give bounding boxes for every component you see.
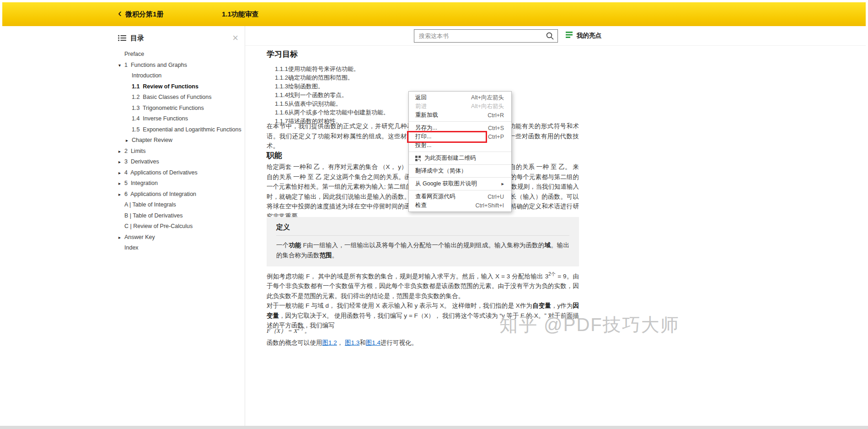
text-span: ，y作为 (551, 302, 573, 309)
menu-separator (409, 164, 511, 165)
superscript: 2个 (548, 272, 556, 277)
objective-item: 1.1.1使用功能符号来评估功能。 (275, 65, 579, 73)
search-input[interactable] (414, 29, 558, 43)
bold-term: 自变量 (532, 302, 551, 309)
figure-link-1-3[interactable]: 图1.3 (345, 339, 359, 346)
text-span: 函数的概念可以使用 (267, 339, 322, 346)
sidebar-item-1-1-review-of-functions[interactable]: 1.1 Review of Functions (114, 81, 245, 92)
chevron-right-icon[interactable]: ▸ (118, 157, 124, 168)
sidebar-item-introduction[interactable]: Introduction (114, 71, 245, 81)
menu-separator (409, 190, 511, 190)
definition-text: 一个功能 F由一组输入，一组输出以及将每个输入分配给一个输出的规则组成。输入集称… (276, 240, 569, 260)
toc-list: Preface ▾1 Functions and Graphs Introduc… (114, 49, 245, 254)
objectives-title: 学习目标 (267, 49, 579, 60)
sidebar-item-ch6-applications-of-integration[interactable]: ▸6 Applications of Integration (114, 189, 245, 200)
sidebar-item-ch2-limits[interactable]: ▸2 Limits (114, 146, 245, 157)
watermark: 知乎 @PDF技巧大师 (499, 312, 680, 337)
menu-item-view-source[interactable]: 查看网页源代码Ctrl+U (409, 192, 511, 201)
sidebar-item-1-5-exp-log[interactable]: 1.5 Exponential and Logarithmic Function… (114, 125, 245, 136)
content-toolbar: 我的亮点 (245, 26, 866, 46)
menu-item-translate[interactable]: 翻译成中文（简体） (409, 167, 511, 175)
figures-paragraph: 函数的概念可以使用图1.2， 图1.3和图1.4进行可视化。 (267, 338, 579, 348)
chevron-right-icon[interactable]: ▸ (118, 168, 124, 179)
context-menu: 返回Alt+向左箭头 前进Alt+向右箭头 重新加载Ctrl+R 另存为...C… (408, 91, 512, 212)
sidebar-item-appendix-a[interactable]: A | Table of Integrals (114, 200, 245, 211)
menu-separator (409, 152, 511, 152)
menu-item-print[interactable]: 打印...Ctrl+P (409, 132, 511, 141)
definition-title: 定义 (276, 223, 569, 236)
menu-item-inspect[interactable]: 检查Ctrl+Shift+I (409, 201, 511, 210)
toc-title: 目录 (130, 34, 232, 43)
sidebar-item-ch5-integration[interactable]: ▸5 Integration (114, 178, 245, 189)
highlights-label: 我的亮点 (577, 32, 601, 40)
example-paragraph: 例如考虑功能 F， 其中的域是所有实数的集合，规则是对输入求平方。然后，输入 X… (267, 269, 579, 301)
objective-item: 1.1.3绘制函数图。 (275, 82, 579, 91)
text-span: F由一组输入，一组输出以及将每个输入分配给一个输出的规则组成。输入集称为函数的 (301, 242, 545, 249)
text-span: 和 (359, 339, 366, 346)
sidebar-item-ch3-derivatives[interactable]: ▸3 Derivatives (114, 157, 245, 168)
text-span: 一个 (276, 242, 289, 249)
sidebar-item-1-2-basic-classes[interactable]: 1.2 Basic Classes of Functions (114, 92, 245, 103)
sidebar-item-answer-key[interactable]: ▸Answer Key (114, 232, 245, 243)
menu-item-create-qr-code[interactable]: 为此页面创建二维码 (409, 154, 511, 163)
sidebar-item-preface[interactable]: Preface (114, 49, 245, 60)
superscript: 2个 (298, 326, 305, 331)
chevron-right-icon[interactable]: ▸ (118, 178, 124, 189)
bold-term: 域 (545, 242, 551, 249)
back-button[interactable]: ‹ 微积分第1册 (118, 2, 163, 26)
page-title: 1.1功能审查 (222, 2, 259, 26)
figure-link-1-4[interactable]: 图1.4 (366, 339, 380, 346)
menu-item-cast[interactable]: 投射... (409, 141, 511, 150)
main-content: 我的亮点 学习目标 1.1.1使用功能符号来评估功能。 1.1.2确定功能的范围… (245, 26, 866, 426)
sidebar-item-ch4-applications-of-derivatives[interactable]: ▸4 Applications of Derivatives (114, 168, 245, 179)
toc-header: 目录 × (114, 26, 245, 43)
toc-panel: 目录 × Preface ▾1 Functions and Graphs Int… (114, 26, 245, 426)
search-icon[interactable] (546, 32, 554, 42)
text-span: 进行可视化。 (380, 339, 418, 346)
bold-term: 功能 (289, 242, 301, 249)
my-highlights-button[interactable]: 我的亮点 (566, 32, 601, 40)
text-span: 。 (305, 327, 311, 334)
menu-separator (409, 121, 511, 122)
page-bottom-edge (0, 426, 868, 429)
menu-item-get-image-descriptions[interactable]: 从 Google 获取图片说明▸ (409, 179, 511, 188)
chevron-right-icon[interactable]: ▸ (126, 135, 132, 146)
sidebar-item-chapter-review[interactable]: ▸Chapter Review (114, 135, 245, 146)
sidebar-item-1-4-inverse[interactable]: 1.4 Inverse Functions (114, 114, 245, 125)
definition-box: 定义 一个功能 F由一组输入，一组输出以及将每个输入分配给一个输出的规则组成。输… (267, 217, 579, 266)
browser-screenshot: ‹ 微积分第1册 1.1功能审查 目录 × Preface ▾1 Functio… (0, 0, 868, 429)
chevron-down-icon[interactable]: ▾ (118, 60, 124, 71)
chevron-right-icon[interactable]: ▸ (118, 232, 124, 243)
text-span: 。 (332, 252, 338, 259)
text-span: 例如考虑功能 F， 其中的域是所有实数的集合，规则是对输入求平方。然后，输入 X… (267, 273, 548, 280)
sidebar-item-ch1-functions-and-graphs[interactable]: ▾1 Functions and Graphs (114, 60, 245, 71)
close-icon[interactable]: × (232, 33, 238, 43)
objective-item: 1.1.2确定功能的范围和范围。 (275, 73, 579, 82)
menu-item-back[interactable]: 返回Alt+向左箭头 (409, 93, 511, 102)
text-span: 对于一般功能 F 与域 d， 我们经常使用 X 表示输入和 y 表示与 X。 这… (267, 302, 532, 309)
bold-term: 范围 (320, 252, 332, 259)
sidebar-item-appendix-b[interactable]: B | Table of Derivatives (114, 211, 245, 222)
figure-link-1-2[interactable]: 图1.2 (322, 339, 337, 346)
sidebar-item-appendix-c[interactable]: C | Review of Pre-Calculus (114, 221, 245, 232)
submenu-arrow-icon: ▸ (501, 181, 504, 187)
sidebar-item-index[interactable]: Index (114, 243, 245, 254)
menu-item-reload[interactable]: 重新加载Ctrl+R (409, 111, 511, 119)
book-title: 微积分第1册 (125, 10, 163, 19)
top-bar: ‹ 微积分第1册 1.1功能审查 (2, 2, 866, 26)
formula-base: F（X） = X (267, 327, 298, 334)
sidebar-item-1-3-trigonometric[interactable]: 1.3 Trigonometric Functions (114, 103, 245, 114)
qr-code-icon (415, 156, 421, 161)
highlights-icon (566, 32, 573, 40)
toc-list-icon (118, 35, 126, 41)
chevron-left-icon: ‹ (118, 8, 122, 19)
menu-item-forward: 前进Alt+向右箭头 (409, 102, 511, 111)
search-box (414, 29, 558, 43)
menu-item-save-as[interactable]: 另存为...Ctrl+S (409, 124, 511, 132)
chevron-right-icon[interactable]: ▸ (118, 189, 124, 200)
text-span: ， (337, 339, 345, 346)
chevron-right-icon[interactable]: ▸ (118, 146, 124, 157)
menu-separator (409, 177, 511, 178)
